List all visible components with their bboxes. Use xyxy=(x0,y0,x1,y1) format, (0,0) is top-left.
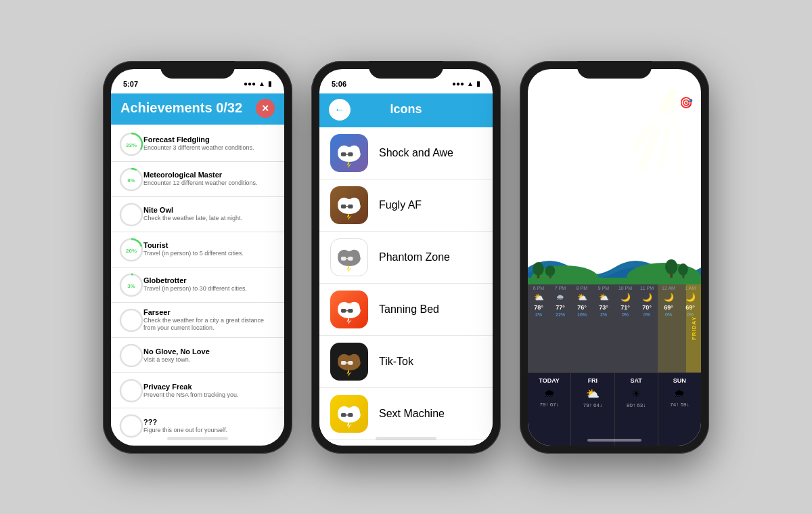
hour-icon: ⛅ xyxy=(577,293,587,302)
hour-temp: 77° xyxy=(556,304,565,311)
phone-icons: 5:06 ●●● ▲ ▮ ← Icons xyxy=(311,61,501,454)
app-icon-tanning[interactable] xyxy=(330,291,368,328)
svg-point-13 xyxy=(120,309,142,331)
achievement-item: ??? Figure this one out for yourself. xyxy=(111,409,284,440)
precip-pct: PRECIP 2% xyxy=(597,132,644,142)
svg-rect-36 xyxy=(341,257,346,261)
hour-precip: 0% xyxy=(644,312,650,317)
hour-precip: 22% xyxy=(556,312,565,317)
daily-temps: 79↑ 67↓ xyxy=(540,401,559,408)
daily-col: FRI ⛅ 79↑ 64↓ xyxy=(571,373,614,446)
achievement-item: 33% Forecast Fledgling Encounter 3 diffe… xyxy=(111,127,284,162)
phone-weather: 5:07 ●●● ▲ ▮ xyxy=(520,61,709,454)
weather-city: Springfield, IL xyxy=(581,97,644,108)
svg-rect-30 xyxy=(348,205,353,209)
back-button[interactable]: ← xyxy=(329,99,351,121)
achievement-name: Nite Owl xyxy=(143,206,276,214)
achievement-list[interactable]: 33% Forecast Fledgling Encounter 3 diffe… xyxy=(111,125,284,440)
share-icon[interactable]: ⬆ xyxy=(536,96,545,109)
hour-precip: 0% xyxy=(665,312,672,317)
icon-label: Tik-Tok xyxy=(379,356,413,368)
progress-ring: 3% xyxy=(119,273,143,297)
hour-label: 11 PM xyxy=(640,286,654,291)
achievement-desc: Prevent the NSA from tracking you. xyxy=(143,391,276,400)
friday-text: FRIDAY xyxy=(691,316,697,340)
svg-rect-29 xyxy=(341,205,346,209)
daily-col: TODAY 🌧 79↑ 67↓ xyxy=(528,373,571,446)
app-icon-tiktok[interactable] xyxy=(330,343,368,381)
achievement-text: Tourist Travel (in person) to 5 differen… xyxy=(143,241,276,258)
achievement-desc: Encounter 12 different weather condition… xyxy=(143,179,276,188)
achievement-name: No Glove, No Love xyxy=(143,347,276,356)
hour-icon: 🌙 xyxy=(664,293,674,302)
progress-ring xyxy=(119,414,143,438)
hour-temp: 71° xyxy=(621,304,630,311)
status-time-3: 5:07 xyxy=(540,80,555,88)
progress-ring xyxy=(119,343,143,368)
achievement-name: Farseer xyxy=(143,308,276,316)
icon-list[interactable]: Shock and Awe Fugly AF xyxy=(319,127,493,444)
close-button[interactable]: ✕ xyxy=(256,99,275,118)
hour-icon: 🌙 xyxy=(642,293,652,302)
daily-icon: ☀ xyxy=(631,387,641,400)
icon-list-item[interactable]: Fugly AF xyxy=(319,179,493,232)
achievement-item: Farseer Check the weather for a city a g… xyxy=(111,303,284,338)
app-icon-shock[interactable] xyxy=(330,134,368,172)
svg-text:33%: 33% xyxy=(126,142,137,148)
hour-precip: 2% xyxy=(535,312,542,317)
achievement-item: 20% Tourist Travel (in person) to 5 diff… xyxy=(111,233,284,267)
svg-rect-22 xyxy=(341,152,346,156)
weather-main: 79° FEELS LIKE 80° PRECIP 2% WIND 6 SW xyxy=(528,112,701,155)
target-icon[interactable]: 🎯 xyxy=(679,96,693,109)
battery-icon-2: ▮ xyxy=(476,80,480,87)
progress-ring xyxy=(119,308,143,333)
svg-point-6 xyxy=(120,204,142,226)
svg-rect-44 xyxy=(348,309,353,313)
icon-list-item[interactable]: Mirror Universe xyxy=(319,440,493,444)
progress-ring xyxy=(119,379,143,403)
achievement-item: 3% Globetrotter Travel (in person) to 30… xyxy=(111,268,284,303)
daily-icon: ⛅ xyxy=(586,387,600,400)
app-icon-fugly[interactable] xyxy=(330,186,368,224)
status-icons-2: ●●● ▲ ▮ xyxy=(452,80,480,87)
achievement-desc: Travel (in person) to 5 different cities… xyxy=(143,250,276,258)
achievement-item: No Glove, No Love Visit a sexy town. xyxy=(111,339,284,373)
svg-rect-43 xyxy=(341,309,346,313)
progress-ring: 20% xyxy=(119,238,143,262)
daily-col: SUN 🌧 74↑ 59↓ xyxy=(658,373,701,446)
achievements-title: Achievements 0/32 xyxy=(120,100,242,116)
icon-list-item[interactable]: Shock and Awe xyxy=(319,127,493,179)
progress-ring: 8% xyxy=(119,167,143,192)
icon-list-item[interactable]: Sext Machine xyxy=(319,388,493,440)
svg-rect-23 xyxy=(348,152,353,156)
weather-screen: 5:07 ●●● ▲ ▮ xyxy=(528,69,701,446)
feels-like: FEELS LIKE 80° xyxy=(597,123,644,132)
icons-title: Icons xyxy=(390,102,422,116)
hour-label: 8 PM xyxy=(577,286,587,291)
hour-temp: 78° xyxy=(534,304,543,311)
app-icon-phantom[interactable] xyxy=(330,238,368,276)
achievement-desc: Encounter 3 different weather conditions… xyxy=(143,144,276,152)
signal-icon-3: ●●● xyxy=(660,80,673,87)
friday-label: FRIDAY xyxy=(686,284,701,372)
icon-list-item[interactable]: Phantom Zone xyxy=(319,232,493,284)
svg-rect-51 xyxy=(348,361,353,365)
icon-label: Sext Machine xyxy=(379,408,445,420)
svg-point-86 xyxy=(665,259,677,274)
achievement-text: ??? Figure this one out for yourself. xyxy=(143,418,276,435)
achievement-text: Privacy Freak Prevent the NSA from track… xyxy=(143,383,276,400)
phone-notch-3 xyxy=(577,61,652,79)
hourly-col: 11 PM 🌙 70° 0% xyxy=(636,284,658,372)
icon-list-item[interactable]: Tanning Bed xyxy=(319,284,493,336)
hour-label: 10 PM xyxy=(618,286,632,291)
temperature: 79° xyxy=(537,117,591,152)
hour-icon: 🌧 xyxy=(556,293,564,302)
hourly-forecast[interactable]: 6 PM ⛅ 78° 2% 7 PM 🌧 77° 22% 8 PM ⛅ 76° … xyxy=(528,284,701,372)
achievement-text: Meteorological Master Encounter 12 diffe… xyxy=(143,171,276,188)
app-icon-sext[interactable] xyxy=(330,395,368,433)
hourly-col: 8 PM ⛅ 76° 16% xyxy=(571,284,593,372)
achievement-text: Globetrotter Travel (in person) to 30 di… xyxy=(143,276,276,293)
svg-point-84 xyxy=(545,265,556,276)
icon-list-item[interactable]: Tik-Tok xyxy=(319,336,493,388)
achievement-name: Privacy Freak xyxy=(143,383,276,391)
